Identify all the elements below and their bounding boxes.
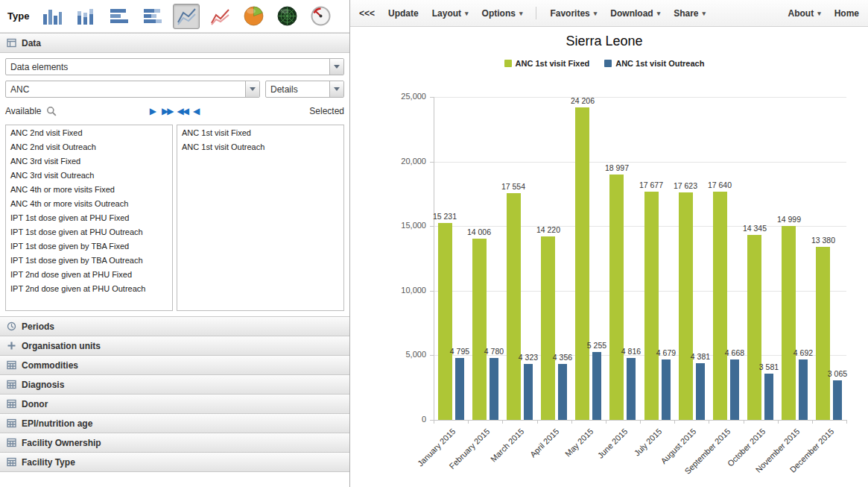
move-selected-right-button[interactable]: ▶ <box>150 107 156 116</box>
chart-type-line-button[interactable] <box>173 4 200 29</box>
y-axis-label: 5,000 <box>350 350 426 359</box>
chart-bar[interactable] <box>524 364 533 420</box>
group-combo-trigger[interactable] <box>245 81 259 97</box>
chevron-down-icon <box>334 65 340 69</box>
data-section-label: Data <box>22 38 41 48</box>
chart-bar[interactable] <box>472 239 487 420</box>
list-item[interactable]: IPT 1st dose given at PHU Outreach <box>6 224 172 239</box>
caret-down-icon: ▾ <box>657 10 661 17</box>
chart-bar[interactable] <box>662 359 671 420</box>
list-item[interactable]: ANC 1st visit Fixed <box>177 125 343 139</box>
available-list[interactable]: ANC 2nd visit FixedANC 2nd visit Outreac… <box>5 125 173 311</box>
share-menu[interactable]: Share▾ <box>674 8 706 19</box>
dimension-combo-trigger[interactable] <box>329 59 343 75</box>
accordion-periods[interactable]: Periods <box>0 316 349 336</box>
chart-bar[interactable] <box>833 380 842 420</box>
chart-type-stacked-column-button[interactable] <box>72 4 99 29</box>
list-item[interactable]: ANC 3rd visit Outreach <box>6 168 172 182</box>
accordion-donor[interactable]: Donor <box>0 394 349 414</box>
chart-bar[interactable] <box>558 364 567 420</box>
chart-plot-layer: 05,00010,00015,00020,00025,00015 2314 79… <box>350 27 868 487</box>
update-button[interactable]: Update <box>388 8 419 19</box>
chart-bar[interactable] <box>644 192 659 420</box>
line-chart-icon <box>177 7 197 26</box>
selected-header: ◀◀ ◀ Selected <box>177 106 345 116</box>
chart-bar[interactable] <box>609 175 624 420</box>
move-selected-left-button[interactable]: ◀ <box>193 107 200 116</box>
accordion-commodities[interactable]: Commodities <box>0 355 349 375</box>
list-item[interactable]: IPT 1st dose given at PHU Fixed <box>6 210 172 224</box>
chart-bar[interactable] <box>455 358 464 420</box>
accordion-facility-ownership[interactable]: Facility Ownership <box>0 433 349 453</box>
chart-type-stacked-bar-button[interactable] <box>139 4 166 29</box>
download-menu[interactable]: Download▾ <box>610 8 660 19</box>
stacked-bar-chart-icon <box>143 7 162 26</box>
list-item[interactable]: IPT 2nd dose given at PHU Fixed <box>6 267 172 281</box>
chart-bar[interactable] <box>438 223 452 420</box>
home-link[interactable]: Home <box>834 8 859 19</box>
list-item[interactable]: ANC 1st visit Outreach <box>177 139 343 154</box>
accordion-diagnosis[interactable]: Diagnosis <box>0 374 349 395</box>
details-combo[interactable]: Details <box>265 81 344 98</box>
chart-bar[interactable] <box>764 374 773 420</box>
accordion-organisation-units[interactable]: Organisation units <box>0 336 349 356</box>
accordion-facility-type[interactable]: Facility Type <box>0 452 349 472</box>
chart-bar[interactable] <box>592 352 601 420</box>
chart-bar[interactable] <box>575 107 589 420</box>
x-axis-tick <box>674 420 675 424</box>
selected-list[interactable]: ANC 1st visit FixedANC 1st visit Outreac… <box>177 125 344 311</box>
chart-bar[interactable] <box>782 226 796 420</box>
dimension-combo-value: Data elements <box>6 62 329 72</box>
chart-bar[interactable] <box>816 247 830 420</box>
list-item[interactable]: ANC 3rd visit Fixed <box>6 154 172 168</box>
chart-bar[interactable] <box>507 193 521 420</box>
layout-menu[interactable]: Layout▾ <box>432 8 469 19</box>
chart-bar[interactable] <box>696 363 705 420</box>
list-item[interactable]: ANC 4th or more visits Outreach <box>6 196 172 210</box>
dimension-combo[interactable]: Data elements <box>5 58 344 75</box>
search-icon[interactable] <box>46 106 57 116</box>
accordion-epi-nutrition-age[interactable]: EPI/nutrition age <box>0 413 349 433</box>
move-all-left-button[interactable]: ◀◀ <box>177 107 188 116</box>
chart-type-toolbar: Type <box>0 0 349 33</box>
accordion-label: Commodities <box>22 360 78 371</box>
chart-type-radar-button[interactable] <box>273 4 300 29</box>
move-all-right-button[interactable]: ▶▶ <box>162 107 172 116</box>
bar-value-label: 14 345 <box>731 224 779 233</box>
chart-type-area-button[interactable] <box>206 4 233 29</box>
list-item[interactable]: IPT 1st dose given by TBA Outreach <box>6 253 172 267</box>
y-axis-label: 0 <box>350 415 426 424</box>
lists: ANC 2nd visit FixedANC 2nd visit Outreac… <box>5 125 344 311</box>
x-axis-category-label: July 2015 <box>599 427 663 487</box>
list-item[interactable]: ANC 4th or more visits Fixed <box>6 182 172 196</box>
bar-value-label: 14 220 <box>525 225 572 234</box>
list-item[interactable]: ANC 2nd visit Fixed <box>6 125 172 139</box>
list-item[interactable]: IPT 1st dose given by TBA Fixed <box>6 239 172 253</box>
area-chart-icon <box>210 7 230 26</box>
table-icon <box>7 438 16 447</box>
favorites-menu[interactable]: Favorites▾ <box>550 8 597 19</box>
chart-bar[interactable] <box>490 358 498 420</box>
stacked-column-chart-icon <box>76 7 95 26</box>
x-axis-category-label: November 2015 <box>737 427 801 487</box>
chart-type-bar-button[interactable] <box>106 4 133 29</box>
options-menu[interactable]: Options▾ <box>482 8 523 19</box>
chart-bar[interactable] <box>713 192 727 420</box>
collapse-panel-button[interactable]: <<< <box>359 8 375 19</box>
list-item[interactable]: ANC 2nd visit Outreach <box>6 139 172 154</box>
chart-bar[interactable] <box>730 359 739 420</box>
list-item[interactable]: IPT 2nd dose given at PHU Outreach <box>6 281 172 295</box>
chart-bar[interactable] <box>679 192 693 420</box>
chart-bar[interactable] <box>799 359 808 420</box>
gauge-chart-icon <box>311 6 331 26</box>
about-menu[interactable]: About▾ <box>788 8 820 19</box>
group-combo[interactable]: ANC <box>5 81 260 98</box>
chart-type-gauge-button[interactable] <box>307 4 334 29</box>
chart-bar[interactable] <box>747 235 761 420</box>
data-section-header[interactable]: Data <box>0 33 349 53</box>
details-combo-trigger[interactable] <box>329 81 343 97</box>
chart-bar[interactable] <box>541 236 555 420</box>
chart-type-column-button[interactable] <box>39 4 66 29</box>
chart-bar[interactable] <box>627 358 636 420</box>
chart-type-pie-button[interactable] <box>240 4 267 29</box>
